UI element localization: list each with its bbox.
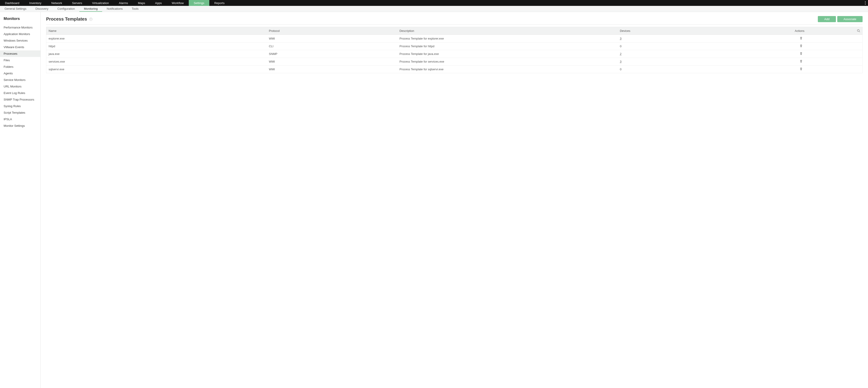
sidebar-item-files[interactable]: Files (0, 57, 40, 64)
cell-devices: 2 (618, 50, 740, 58)
subnav-item-general-settings[interactable]: General Settings (0, 6, 31, 12)
th-protocol[interactable]: Protocol (267, 27, 397, 35)
devices-link[interactable]: 2 (620, 52, 621, 56)
subnav-item-monitoring[interactable]: Monitoring (79, 6, 102, 12)
sidebar-item-folders[interactable]: Folders (0, 64, 40, 70)
topnav-item-apps[interactable]: Apps (150, 0, 167, 6)
cell-devices: 0 (618, 66, 740, 73)
cell-name[interactable]: httpd (46, 42, 267, 50)
sidebar-item-application-monitors[interactable]: Application Monitors (0, 31, 40, 37)
sidebar-item-ipsla[interactable]: IPSLA (0, 116, 40, 123)
sidebar-item-event-log-rules[interactable]: Event Log Rules (0, 90, 40, 96)
trash-icon[interactable] (800, 60, 803, 63)
sub-nav: General SettingsDiscoveryConfigurationMo… (0, 6, 868, 12)
trash-icon[interactable] (800, 52, 803, 55)
th-actions: Actions (740, 27, 863, 35)
topnav-item-reports[interactable]: Reports (209, 0, 230, 6)
subnav-item-discovery[interactable]: Discovery (31, 6, 53, 12)
topnav-item-virtualization[interactable]: Virtualization (87, 0, 114, 6)
cell-name[interactable]: services.exe (46, 58, 267, 66)
sidebar-item-snmp-trap-processors[interactable]: SNMP Trap Processors (0, 96, 40, 103)
cell-devices: 0 (618, 42, 740, 50)
sidebar-item-processes[interactable]: Processes (0, 51, 40, 57)
topnav-item-network[interactable]: Network (46, 0, 67, 6)
more-menu-icon[interactable] (865, 0, 866, 6)
topnav-item-workflow[interactable]: Workflow (167, 0, 189, 6)
svg-line-4 (859, 31, 860, 32)
sidebar-item-syslog-rules[interactable]: Syslog Rules (0, 103, 40, 109)
cell-actions (740, 58, 863, 66)
cell-protocol: WMI (267, 66, 397, 73)
cell-description: Process Template for explorer.exe (397, 35, 618, 42)
table-row: services.exeWMIProcess Template for serv… (46, 58, 863, 66)
th-devices[interactable]: Devices (618, 27, 740, 35)
top-nav: DashboardInventoryNetworkServersVirtuali… (0, 0, 868, 6)
sidebar-item-vmware-events[interactable]: VMware Events (0, 44, 40, 51)
trash-icon[interactable] (800, 37, 803, 40)
associate-button[interactable]: Associate (837, 16, 863, 22)
topnav-item-alarms[interactable]: Alarms (114, 0, 133, 6)
cell-protocol: CLI (267, 42, 397, 50)
topnav-item-servers[interactable]: Servers (67, 0, 87, 6)
topnav-item-settings[interactable]: Settings (189, 0, 209, 6)
process-templates-table: Name Protocol Description Devices Action… (46, 27, 863, 73)
cell-protocol: WMI (267, 58, 397, 66)
cell-description: Process Template for httpd (397, 42, 618, 50)
trash-icon[interactable] (800, 67, 803, 70)
sidebar-item-performance-monitors[interactable]: Performance Monitors (0, 24, 40, 31)
cell-actions (740, 42, 863, 50)
svg-point-3 (857, 30, 860, 32)
cell-name[interactable]: java.exe (46, 50, 267, 58)
cell-devices: 3 (618, 58, 740, 66)
cell-description: Process Template for sqlservr.exe (397, 66, 618, 73)
th-name[interactable]: Name (46, 27, 267, 35)
th-actions-label: Actions (795, 29, 804, 33)
svg-point-1 (865, 2, 866, 3)
add-button[interactable]: Add (818, 16, 836, 22)
cell-protocol: SNMP (267, 50, 397, 58)
cell-actions (740, 35, 863, 42)
cell-description: Process Template for services.exe (397, 58, 618, 66)
main-content: Process Templates ? Add Associate Name P… (41, 12, 868, 388)
table-row: explorer.exeWMIProcess Template for expl… (46, 35, 863, 42)
search-icon[interactable] (857, 29, 860, 32)
cell-name[interactable]: explorer.exe (46, 35, 267, 42)
page-title: Process Templates (46, 17, 87, 22)
th-description[interactable]: Description (397, 27, 618, 35)
topnav-item-dashboard[interactable]: Dashboard (0, 0, 24, 6)
table-row: java.exeSNMPProcess Template for java.ex… (46, 50, 863, 58)
help-icon[interactable]: ? (89, 18, 92, 21)
table-row: httpdCLIProcess Template for httpd0 (46, 42, 863, 50)
devices-link[interactable]: 3 (620, 60, 621, 63)
sidebar-item-script-templates[interactable]: Script Templates (0, 109, 40, 116)
sidebar-item-monitor-settings[interactable]: Monitor Settings (0, 123, 40, 129)
sidebar-heading: Monitors (0, 15, 40, 24)
devices-link[interactable]: 3 (620, 37, 621, 40)
cell-actions (740, 50, 863, 58)
sidebar-item-agents[interactable]: Agents (0, 70, 40, 76)
subnav-item-notifications[interactable]: Notifications (102, 6, 127, 12)
subnav-item-configuration[interactable]: Configuration (53, 6, 79, 12)
cell-protocol: WMI (267, 35, 397, 42)
sidebar-item-windows-services[interactable]: Windows Services (0, 37, 40, 44)
svg-point-0 (865, 1, 866, 2)
sidebar-item-service-monitors[interactable]: Service Monitors (0, 76, 40, 83)
cell-description: Process Template for java.exe (397, 50, 618, 58)
svg-point-2 (865, 4, 866, 4)
cell-devices: 3 (618, 35, 740, 42)
subnav-item-tools[interactable]: Tools (127, 6, 143, 12)
sidebar-item-url-monitors[interactable]: URL Monitors (0, 83, 40, 90)
table-row: sqlservr.exeWMIProcess Template for sqls… (46, 66, 863, 73)
trash-icon[interactable] (800, 44, 803, 47)
topnav-item-inventory[interactable]: Inventory (24, 0, 46, 6)
cell-name[interactable]: sqlservr.exe (46, 66, 267, 73)
sidebar: Monitors Performance MonitorsApplication… (0, 12, 41, 388)
cell-actions (740, 66, 863, 73)
page-header: Process Templates ? Add Associate (46, 16, 863, 25)
topnav-item-maps[interactable]: Maps (133, 0, 150, 6)
